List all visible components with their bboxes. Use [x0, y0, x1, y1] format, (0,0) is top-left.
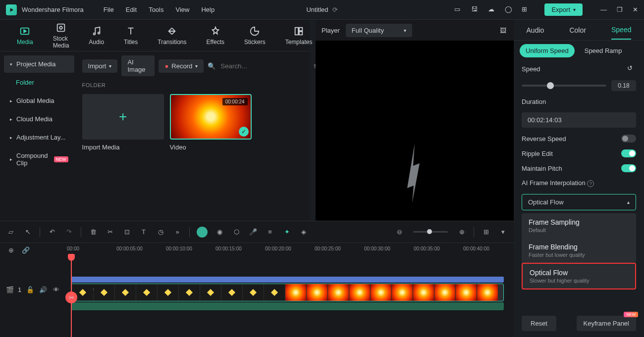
sidebar-compound-clip[interactable]: ▸Compound ClipNEW	[4, 147, 74, 172]
speed-slider[interactable]	[522, 85, 606, 87]
snapshot-icon[interactable]: 🖼	[498, 25, 508, 35]
ai-interpolation-label: AI Frame Interpolation ?	[522, 179, 594, 187]
tab-transitions[interactable]: Transitions	[151, 24, 193, 48]
app-name: Wondershare Filmora	[22, 6, 84, 13]
tab-stickers[interactable]: Stickers	[237, 24, 272, 48]
sidebar-adjustment-layer[interactable]: ▸Adjustment Lay...	[4, 129, 74, 146]
zoom-in-icon[interactable]: ⊕	[457, 227, 467, 237]
cut-at-playhead-icon[interactable]: ✂	[65, 291, 77, 303]
tab-color-inspector[interactable]: Color	[569, 21, 586, 39]
mute-track-icon[interactable]: 🔊	[39, 285, 48, 294]
menu-edit[interactable]: Edit	[126, 6, 137, 13]
cloud-icon[interactable]: ☁	[488, 5, 497, 14]
quality-dropdown[interactable]: Full Quality ▾	[346, 24, 412, 37]
tab-speed-inspector[interactable]: Speed	[611, 21, 631, 40]
sync-icon[interactable]: ⟳	[332, 6, 338, 13]
tab-templates[interactable]: Templates	[278, 24, 320, 48]
cut-icon[interactable]: ✂	[105, 227, 115, 237]
import-media-card[interactable]: + Import Media	[82, 94, 164, 151]
zoom-slider[interactable]	[413, 231, 448, 233]
sidebar-global-media[interactable]: ▸Global Media	[4, 92, 74, 109]
text-icon[interactable]: T	[139, 227, 149, 237]
menu-file[interactable]: File	[104, 6, 114, 13]
sidebar-cloud-media[interactable]: ▸Cloud Media	[4, 110, 74, 128]
undo-icon[interactable]: ↶	[47, 227, 57, 237]
svg-point-2	[59, 26, 62, 29]
marker-icon[interactable]: ✦	[282, 227, 292, 237]
keyframe-icon[interactable]: ◈	[299, 227, 309, 237]
grid-view-icon[interactable]: ⊞	[481, 227, 491, 237]
list-icon[interactable]: ≡	[265, 227, 275, 237]
close-button[interactable]: ✕	[633, 6, 638, 13]
maximize-button[interactable]: ❐	[617, 6, 623, 13]
menu-help[interactable]: Help	[201, 6, 215, 13]
duration-input[interactable]: 00:02:14:03	[522, 112, 636, 128]
minimize-button[interactable]: —	[600, 6, 607, 13]
playhead[interactable]: ✂	[71, 257, 72, 337]
track-add-icon[interactable]: ⊕	[6, 245, 16, 255]
zoom-out-icon[interactable]: ⊖	[394, 227, 404, 237]
timeline-ruler[interactable]: 00:00 00:00:05:00 00:00:10:00 00:00:15:0…	[67, 243, 514, 257]
speed-icon[interactable]: ◷	[156, 227, 165, 237]
pointer-tool-icon[interactable]: ▱	[6, 227, 16, 237]
video-clip[interactable]: ▶Video	[71, 284, 504, 301]
player-label: Player	[322, 27, 340, 34]
menu-tools[interactable]: Tools	[149, 6, 163, 13]
save-icon[interactable]: 🖫	[471, 5, 480, 14]
speed-ramp-tab[interactable]: Speed Ramp	[579, 44, 628, 57]
tab-media[interactable]: Media	[10, 24, 40, 48]
select-tool-icon[interactable]: ↖	[23, 227, 33, 237]
reset-speed-icon[interactable]: ↺	[627, 64, 636, 73]
settings-dropdown-icon[interactable]: ▾	[498, 227, 508, 237]
keyframe-panel-button[interactable]: Keyframe Panel NEW	[577, 316, 637, 331]
folder-item[interactable]: Folder	[4, 74, 74, 91]
ai-image-button[interactable]: AI Image	[121, 55, 155, 76]
link-icon[interactable]: 🔗	[21, 245, 31, 255]
timeline-toolbar: ▱ ↖ ↶ ↷ 🗑 ✂ ⊡ T ◷ » ◉ ⬡ 🎤 ≡ ✦ ◈ ⊖ ⊕ ⊞ ▾	[0, 221, 514, 243]
tab-audio-inspector[interactable]: Audio	[527, 21, 544, 39]
maintain-pitch-toggle[interactable]	[621, 164, 636, 172]
reset-button[interactable]: Reset	[522, 316, 556, 331]
mic-icon[interactable]: 🎤	[248, 227, 258, 237]
search-input[interactable]	[217, 59, 307, 73]
more-tools-icon[interactable]: »	[172, 227, 182, 237]
crop-icon[interactable]: ⊡	[122, 227, 132, 237]
audio-waveform[interactable]	[71, 302, 504, 310]
video-media-card[interactable]: 00:00:24 ✓ Video	[170, 94, 252, 151]
option-optical-flow[interactable]: Optical Flow Slower but higher quality	[522, 263, 636, 289]
tab-effects[interactable]: Effects	[200, 24, 231, 48]
search-icon: 🔍	[208, 62, 215, 70]
app-icon	[6, 4, 17, 15]
shield-icon[interactable]: ⬡	[231, 227, 241, 237]
option-frame-blending[interactable]: Frame Blending Faster but lower quality	[522, 238, 636, 263]
reverse-speed-toggle[interactable]	[621, 135, 636, 143]
lock-track-icon[interactable]: 🔓	[25, 285, 35, 294]
screen-icon[interactable]: ▭	[454, 5, 463, 14]
uniform-speed-tab[interactable]: Uniform Speed	[520, 44, 575, 57]
redo-icon[interactable]: ↷	[64, 227, 74, 237]
color-wheel-icon[interactable]: ◉	[215, 227, 224, 237]
tab-titles[interactable]: Titles	[117, 24, 145, 48]
face-icon[interactable]	[197, 227, 208, 238]
title-bar: Wondershare Filmora File Edit Tools View…	[0, 0, 644, 20]
tab-stock-media[interactable]: Stock Media	[46, 20, 76, 51]
apps-icon[interactable]: ⊞	[522, 5, 531, 14]
speed-label: Speed	[522, 65, 540, 73]
hide-track-icon[interactable]: 👁	[52, 285, 61, 294]
import-button[interactable]: Import▾	[82, 59, 118, 73]
project-media-header[interactable]: ▾ Project Media	[4, 55, 74, 73]
inspector-panel: Audio Color Speed Uniform Speed Speed Ra…	[514, 20, 644, 337]
menu-view[interactable]: View	[175, 6, 189, 13]
headphones-icon[interactable]: ◯	[505, 5, 514, 14]
chevron-up-icon: ▴	[627, 199, 630, 205]
export-button[interactable]: Export ▾	[544, 3, 583, 16]
ripple-edit-toggle[interactable]	[621, 149, 636, 157]
speed-value[interactable]: 0.18	[611, 80, 636, 91]
clip-bar[interactable]	[71, 277, 504, 283]
ai-interpolation-dropdown[interactable]: Optical Flow ▴	[522, 194, 636, 210]
tab-audio[interactable]: Audio	[82, 24, 111, 48]
option-frame-sampling[interactable]: Frame Sampling Default	[522, 213, 636, 238]
info-icon[interactable]: ?	[587, 180, 594, 187]
record-button[interactable]: ●Record▾	[159, 59, 204, 73]
delete-icon[interactable]: 🗑	[88, 227, 98, 237]
